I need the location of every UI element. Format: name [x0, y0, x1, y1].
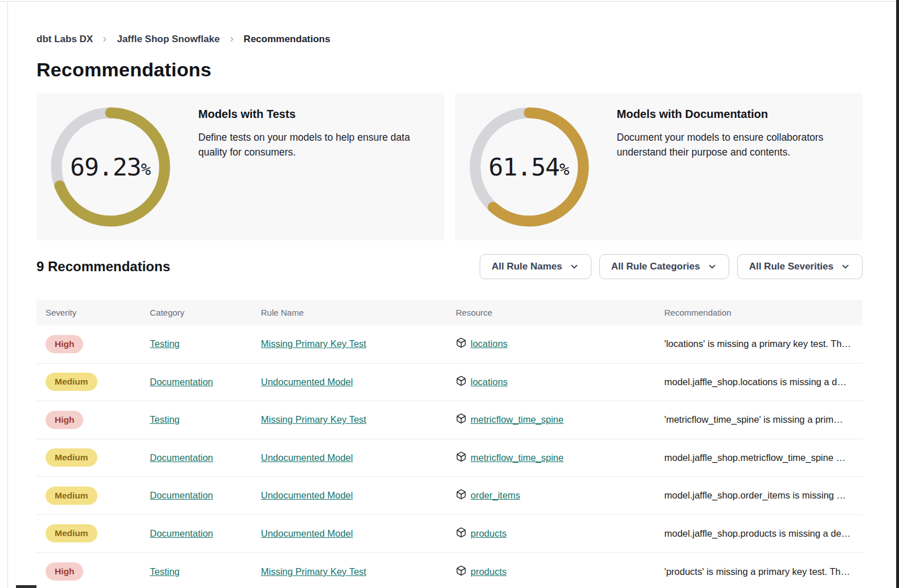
recommendation-text: model.jaffle_shop.metricflow_time_spine … [664, 452, 845, 463]
rule-name-link[interactable]: Missing Primary Key Test [261, 414, 366, 424]
resource-link[interactable]: products [471, 566, 506, 577]
resource-link[interactable]: order_items [471, 490, 520, 501]
rule-name-link[interactable]: Undocumented Model [261, 490, 353, 500]
severity-cell: Medium [46, 487, 150, 505]
models-with-tests-card: 69.23% Models with Tests Define tests on… [36, 93, 444, 240]
rule-name-link[interactable]: Undocumented Model [261, 528, 353, 538]
chevron-right-icon [228, 35, 236, 43]
severity-badge: Medium [46, 448, 97, 467]
card-text: Models with Documentation Document your … [617, 93, 849, 160]
rule-name-cell: Undocumented Model [261, 452, 456, 463]
category-cell: Testing [150, 566, 261, 577]
percent-value: 69.23 [70, 153, 141, 181]
table-row: High Testing Missing Primary Key Test pr… [36, 553, 863, 588]
column-header-severity: Severity [46, 308, 150, 317]
resource-link[interactable]: locations [471, 338, 508, 349]
rule-name-cell: Undocumented Model [261, 528, 456, 539]
recommendation-cell: model.jaffle_shop.locations is missing a… [664, 377, 863, 387]
resource-link[interactable]: metricflow_time_spine [471, 414, 563, 425]
resource-link[interactable]: locations [471, 377, 508, 387]
severity-badge: High [46, 411, 83, 429]
severity-badge: Medium [46, 373, 97, 391]
package-cube-icon [456, 451, 467, 464]
package-cube-icon [456, 527, 467, 540]
recommendation-cell: model.jaffle_shop.metricflow_time_spine … [664, 452, 863, 463]
recommendation-text: model.jaffle_shop.locations is missing a… [664, 377, 847, 387]
column-header-rule-name: Rule Name [261, 308, 456, 317]
card-description: Document your models to ensure collabora… [617, 130, 849, 160]
severity-badge: High [46, 335, 83, 353]
table-row: Medium Documentation Undocumented Model … [36, 364, 863, 402]
resource-link[interactable]: products [471, 528, 506, 539]
recommendation-text: 'locations' is missing a primary key tes… [664, 338, 851, 349]
resource-cell: metricflow_time_spine [456, 451, 664, 464]
recommendation-text: model.jaffle_shop.products is missing a … [664, 528, 851, 538]
package-cube-icon [456, 337, 467, 350]
resource-cell: metricflow_time_spine [456, 413, 664, 426]
breadcrumb-item-dbt-labs-dx[interactable]: dbt Labs DX [36, 34, 93, 45]
rule-name-link[interactable]: Missing Primary Key Test [261, 566, 366, 577]
recommendation-cell: model.jaffle_shop.order_items is missing… [664, 490, 863, 501]
table-row: Medium Documentation Undocumented Model … [36, 439, 863, 477]
severity-cell: High [46, 335, 150, 353]
chevron-right-icon [101, 35, 109, 43]
severity-badge: Medium [46, 524, 97, 542]
category-cell: Documentation [150, 452, 261, 463]
recommendations-table: Severity Category Rule Name Resource Rec… [36, 300, 863, 588]
resource-link[interactable]: metricflow_time_spine [471, 452, 563, 463]
resource-cell: products [456, 565, 664, 578]
main-content: dbt Labs DX Jaffle Shop Snowflake Recomm… [36, 0, 863, 588]
severity-cell: High [46, 562, 150, 581]
recommendation-text: model.jaffle_shop.order_items is missing… [664, 490, 846, 500]
rule-severities-filter-dropdown[interactable]: All Rule Severities [737, 254, 863, 279]
severity-cell: Medium [46, 373, 150, 391]
card-text: Models with Tests Define tests on your m… [198, 93, 431, 160]
category-cell: Documentation [150, 490, 261, 501]
rule-categories-filter-dropdown[interactable]: All Rule Categories [599, 254, 729, 279]
category-link[interactable]: Testing [150, 566, 179, 577]
card-title: Models with Documentation [617, 108, 849, 121]
chevron-down-icon [840, 262, 851, 272]
rule-name-link[interactable]: Undocumented Model [261, 377, 353, 387]
category-cell: Testing [150, 414, 261, 425]
resource-cell: locations [456, 375, 664, 389]
package-cube-icon [456, 413, 467, 426]
category-cell: Testing [150, 338, 261, 349]
column-header-resource: Resource [456, 308, 664, 317]
rule-name-cell: Undocumented Model [261, 377, 456, 387]
filter-bar: All Rule Names All Rule Categories All R… [480, 254, 863, 279]
filter-label: All Rule Severities [749, 261, 833, 272]
rule-names-filter-dropdown[interactable]: All Rule Names [480, 254, 591, 279]
table-header-row: Severity Category Rule Name Resource Rec… [36, 300, 863, 325]
recommendations-count: 9 Recommendations [36, 259, 170, 275]
models-with-documentation-card: 61.54% Models with Documentation Documen… [455, 93, 863, 240]
category-link[interactable]: Testing [150, 414, 179, 424]
severity-cell: Medium [46, 448, 150, 467]
category-link[interactable]: Testing [150, 338, 179, 349]
rule-name-link[interactable]: Undocumented Model [261, 452, 353, 463]
table-body: High Testing Missing Primary Key Test lo… [36, 325, 863, 588]
percent-sign: % [559, 160, 569, 179]
models-with-documentation-donut-chart: 61.54% [469, 107, 590, 227]
category-cell: Documentation [150, 377, 261, 387]
card-description: Define tests on your models to help ensu… [198, 130, 431, 160]
package-cube-icon [456, 565, 467, 578]
category-cell: Documentation [150, 528, 261, 539]
donut-percent-label: 69.23% [50, 107, 171, 227]
rule-name-cell: Undocumented Model [261, 490, 456, 501]
severity-cell: High [46, 411, 150, 429]
recommendation-text: 'products' is missing a primary key test… [664, 566, 850, 577]
category-link[interactable]: Documentation [150, 528, 213, 538]
severity-badge: Medium [46, 487, 97, 505]
window-left-border [7, 1, 8, 588]
resource-cell: order_items [456, 489, 664, 502]
rule-name-link[interactable]: Missing Primary Key Test [261, 338, 366, 349]
chevron-down-icon [707, 262, 717, 272]
breadcrumb-item-jaffle-shop-snowflake[interactable]: Jaffle Shop Snowflake [117, 34, 219, 45]
recommendation-text: 'metricflow_time_spine' is missing a pri… [664, 414, 843, 424]
filter-label: All Rule Names [492, 261, 562, 272]
column-header-category: Category [150, 308, 261, 317]
category-link[interactable]: Documentation [150, 452, 213, 463]
category-link[interactable]: Documentation [150, 377, 213, 387]
category-link[interactable]: Documentation [150, 490, 213, 500]
